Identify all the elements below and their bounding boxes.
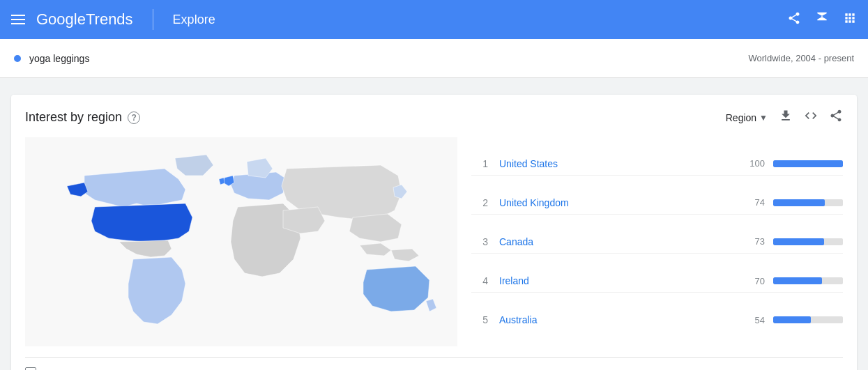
ranking-item: 2 United Kingdom 74 — [471, 192, 843, 215]
rank-number: 5 — [471, 314, 488, 325]
rank-country[interactable]: Canada — [499, 236, 744, 247]
bar-fill — [773, 277, 822, 284]
rank-score: 54 — [744, 315, 765, 325]
rank-score: 73 — [744, 236, 765, 247]
rank-number: 2 — [471, 197, 488, 208]
explore-label: Explore — [173, 13, 215, 27]
download-icon[interactable] — [779, 109, 793, 126]
search-meta: Worldwide, 2004 - present — [748, 53, 854, 63]
bar-container — [773, 277, 843, 284]
bar-container — [773, 199, 843, 206]
search-term-dot — [14, 55, 21, 62]
rank-number: 4 — [471, 275, 488, 286]
low-volume-label[interactable]: Include low search volume regions — [42, 368, 181, 371]
chevron-down-icon: ▼ — [759, 113, 768, 123]
rank-country[interactable]: United Kingdom — [499, 197, 744, 208]
card-body: 1 United States 100 2 United Kingdom 74 … — [25, 137, 843, 346]
rankings-list: 1 United States 100 2 United Kingdom 74 … — [471, 137, 843, 346]
pagination-group: ‹ Showing 1-5 of 25 regions › — [713, 367, 843, 370]
bar-fill — [773, 238, 824, 245]
bar-container — [773, 238, 843, 245]
card-controls: Region ▼ — [726, 109, 843, 126]
world-map — [25, 137, 457, 346]
interest-by-region-card: Interest by region ? Region ▼ — [11, 95, 857, 370]
ranking-item: 4 Ireland 70 — [471, 270, 843, 293]
card-footer: Include low search volume regions ‹ Show… — [25, 357, 843, 370]
share-icon[interactable] — [787, 11, 801, 29]
search-bar-area: yoga leggings Worldwide, 2004 - present — [0, 39, 868, 78]
app-logo: Google Trends — [36, 10, 133, 29]
bar-fill — [773, 160, 843, 167]
rank-country[interactable]: Ireland — [499, 275, 744, 286]
help-icon[interactable]: ? — [128, 111, 140, 124]
card-title: Interest by region — [25, 110, 122, 125]
card-header: Interest by region ? Region ▼ — [25, 109, 843, 126]
bar-fill — [773, 316, 811, 323]
low-volume-checkbox[interactable] — [25, 367, 36, 370]
embed-icon[interactable] — [804, 109, 818, 126]
share-icon[interactable] — [829, 109, 843, 126]
menu-icon[interactable] — [11, 15, 25, 24]
search-term-text: yoga leggings — [29, 53, 89, 64]
rank-number: 3 — [471, 236, 488, 247]
logo-trends-text: Trends — [86, 10, 133, 29]
bar-container — [773, 160, 843, 167]
ranking-item: 3 Canada 73 — [471, 231, 843, 254]
pagination-text: Showing 1-5 of 25 regions — [726, 368, 831, 371]
rank-number: 1 — [471, 158, 488, 169]
rank-country[interactable]: United States — [499, 158, 744, 169]
region-dropdown[interactable]: Region ▼ — [726, 112, 768, 123]
region-dropdown-label: Region — [726, 112, 756, 123]
ranking-item: 5 Australia 54 — [471, 309, 843, 331]
next-page-arrow[interactable]: › — [839, 367, 843, 370]
header-icons-group — [787, 11, 857, 29]
header-divider — [153, 9, 153, 30]
ranking-item: 1 United States 100 — [471, 153, 843, 176]
rank-score: 74 — [744, 197, 765, 208]
feedback-icon[interactable] — [815, 11, 829, 29]
rank-country[interactable]: Australia — [499, 314, 744, 325]
rank-score: 100 — [744, 158, 765, 169]
card-title-group: Interest by region ? — [25, 110, 140, 125]
rank-score: 70 — [744, 276, 765, 286]
low-volume-group: Include low search volume regions — [25, 367, 181, 370]
bar-container — [773, 316, 843, 323]
section-divider — [0, 78, 868, 84]
apps-icon[interactable] — [843, 11, 857, 29]
prev-page-arrow[interactable]: ‹ — [713, 367, 717, 370]
logo-google-text: Google — [36, 10, 86, 29]
app-header: Google Trends Explore — [0, 0, 868, 39]
bar-fill — [773, 199, 825, 206]
map-area — [25, 137, 457, 346]
